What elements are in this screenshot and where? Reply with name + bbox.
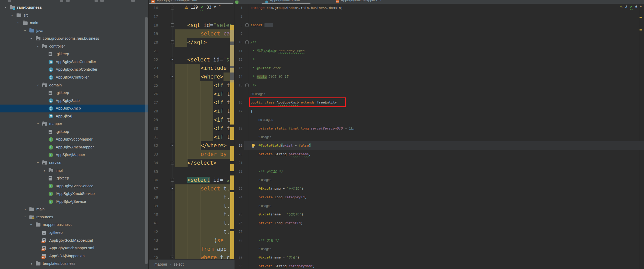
code-line[interactable]: 27<if t: [149, 98, 235, 107]
project-scrollbar[interactable]: [145, 17, 148, 264]
code-line[interactable]: 30<if te: [149, 124, 235, 133]
code-line[interactable]: 1package com.groupwisdoms.rain.business.…: [235, 4, 644, 12]
code-line[interactable]: 13 * @author wuwx: [235, 64, 644, 73]
code-line[interactable]: 26 private Long ParentId;: [235, 219, 644, 227]
fold-marker[interactable]: −: [245, 40, 249, 44]
editor-scrollbar-thumb[interactable]: [230, 30, 234, 82]
breadcrumb-select[interactable]: select: [174, 262, 184, 266]
tab-java-class[interactable]: AppBgbyXmcb.java: [270, 0, 300, 2]
tree-item[interactable]: .gitkeep: [0, 174, 148, 182]
code-line[interactable]: 26<if te: [149, 90, 235, 99]
toolbar-icon[interactable]: [60, 0, 63, 2]
tree-item[interactable]: ›controller: [0, 43, 148, 50]
tree-item[interactable]: IAppBgbyXmcbMapper: [0, 143, 148, 151]
code-line[interactable]: 25<if t: [149, 81, 235, 90]
xml-editor-content[interactable]: ⚠ 129 ✔ 33 ^ ˇ 16−1718−<sql id="selec19s…: [149, 4, 235, 260]
chevron-expanded-icon[interactable]: ›: [36, 161, 40, 165]
code-line[interactable]: 25 @Excel(name = "父类ID"): [235, 210, 644, 219]
chevron-expanded-icon[interactable]: ›: [36, 83, 40, 87]
tree-item[interactable]: ›main: [0, 205, 148, 213]
inlay-row[interactable]: 2 usages: [235, 202, 644, 210]
fold-marker[interactable]: −: [171, 23, 174, 27]
tree-item[interactable]: IAppBgbySccbMapper: [0, 136, 148, 143]
code-line[interactable]: 22 /** 分类ID */: [235, 167, 644, 176]
fold-marker[interactable]: −: [171, 256, 174, 259]
code-line[interactable]: 44from app_b: [149, 245, 235, 254]
tree-item[interactable]: AppBgbySccbMapper.xml: [0, 237, 148, 245]
code-line[interactable]: 19select cat: [149, 29, 235, 38]
code-line[interactable]: 29 @Excel(name = "类名"): [235, 253, 644, 262]
file-icon-green[interactable]: [235, 1, 238, 4]
tree-item[interactable]: .gitkeep: [0, 128, 148, 136]
chevron-expanded-icon[interactable]: ›: [4, 5, 8, 9]
code-line[interactable]: 16−: [149, 4, 235, 12]
code-line[interactable]: 35: [149, 167, 235, 176]
fold-marker[interactable]: −: [171, 178, 174, 182]
toolbar-icon[interactable]: [8, 0, 11, 2]
code-line[interactable]: 23 @Excel(name = "分类ID"): [235, 184, 644, 193]
code-line[interactable]: 31<if t: [149, 133, 235, 142]
tree-item[interactable]: CAppSjfxAj: [0, 112, 148, 120]
code-line[interactable]: 3+import ...: [235, 21, 644, 30]
fold-marker[interactable]: +: [245, 23, 249, 27]
code-line[interactable]: 18−<sql id="selec: [149, 21, 235, 30]
code-line[interactable]: 32−</where>: [149, 141, 235, 150]
code-line[interactable]: 28 /** 类名 */: [235, 236, 644, 245]
hide-panel-icon[interactable]: [131, 0, 135, 2]
code-line[interactable]: 34−</select>: [149, 159, 235, 167]
code-line[interactable]: 36−<select id="se: [149, 176, 235, 184]
fold-marker[interactable]: −: [171, 144, 174, 147]
code-line[interactable]: 12 *: [235, 55, 644, 64]
code-line[interactable]: 40t.l: [149, 210, 235, 219]
chevron-expanded-icon[interactable]: ›: [29, 36, 34, 40]
code-line[interactable]: 10−/**: [235, 38, 644, 47]
chevron-expanded-icon[interactable]: ›: [29, 223, 34, 227]
code-line[interactable]: 28<if t: [149, 107, 235, 116]
inlay-row[interactable]: 36 usages: [235, 90, 644, 99]
java-editor-content[interactable]: ⚠ 3 ✔ 6 ^ ˇ 1package com.groupwisdoms.ra…: [235, 4, 644, 269]
code-line[interactable]: 24−<where>: [149, 73, 235, 81]
code-line[interactable]: 42t.: [149, 227, 235, 236]
code-line[interactable]: 22−<select id="s: [149, 55, 235, 64]
tree-item[interactable]: ›mapper: [0, 120, 148, 128]
tree-item[interactable]: ›src: [0, 12, 148, 19]
tree-item[interactable]: ›main: [0, 19, 148, 27]
tree-item[interactable]: ›domain: [0, 81, 148, 89]
code-line[interactable]: 33order by: [149, 150, 235, 159]
fold-marker[interactable]: −: [171, 187, 174, 190]
fold-marker[interactable]: −: [171, 58, 174, 61]
code-line[interactable]: 14 * @date 2023-02-15: [235, 73, 644, 81]
chevron-expanded-icon[interactable]: ›: [17, 21, 21, 25]
code-line[interactable]: 21: [149, 47, 235, 55]
usages-inlay[interactable]: 2 usages: [258, 202, 271, 210]
code-line[interactable]: 23<include: [149, 64, 235, 73]
chevron-expanded-icon[interactable]: ›: [36, 122, 40, 126]
gear-icon[interactable]: [100, 0, 104, 2]
code-line[interactable]: 9: [235, 29, 644, 38]
chevron-collapsed-icon[interactable]: ›: [42, 168, 46, 173]
code-line[interactable]: 11 * 商品分类对象 app_bgby_xmcb: [235, 47, 644, 55]
code-line[interactable]: 17{: [235, 107, 644, 116]
code-line[interactable]: 20 private String parentname;: [235, 150, 644, 159]
code-line[interactable]: 16public class AppBgbyXmcb extends TreeE…: [235, 98, 644, 107]
tree-item[interactable]: AppBgbyXmcbMapper.xml: [0, 244, 148, 252]
tab-xml-mapper[interactable]: AppBgbyXmcbMapper.xml: [341, 0, 381, 2]
tree-item[interactable]: IIAppBgbyXmcbService: [0, 190, 148, 198]
code-line[interactable]: 30 private String categoryName;: [235, 262, 644, 269]
tree-item[interactable]: ›service: [0, 159, 148, 167]
code-line[interactable]: 21: [235, 159, 644, 167]
tree-item[interactable]: IIAppSjfxAjService: [0, 198, 148, 206]
usages-inlay[interactable]: 2 usages: [258, 176, 271, 184]
usages-inlay[interactable]: 36 usages: [251, 90, 265, 99]
code-line[interactable]: 45−where t.ca: [149, 253, 235, 260]
tree-item[interactable]: .gitkeep: [0, 89, 148, 97]
tree-item[interactable]: IAppSjfxAjMapper: [0, 151, 148, 159]
tree-item[interactable]: ›resources: [0, 213, 148, 221]
code-line[interactable]: 18 private static final long serialVersi…: [235, 124, 644, 133]
tree-item[interactable]: ›impl: [0, 167, 148, 175]
code-line[interactable]: 20−</sql>: [149, 38, 235, 47]
code-line[interactable]: 43(se: [149, 236, 235, 245]
inlay-row[interactable]: 2 usages: [235, 176, 644, 184]
toolbar-icon[interactable]: [66, 0, 70, 2]
breadcrumb-mapper[interactable]: mapper: [154, 262, 167, 266]
